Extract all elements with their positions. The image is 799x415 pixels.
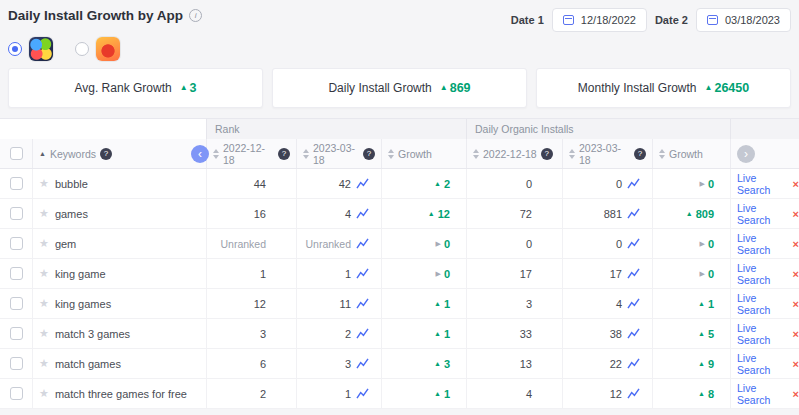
- trend-chart-icon[interactable]: [356, 268, 369, 279]
- help-icon[interactable]: ?: [278, 148, 290, 160]
- row-checkbox[interactable]: [10, 357, 23, 370]
- expand-column-icon[interactable]: ›: [737, 145, 755, 163]
- remove-keyword-icon[interactable]: ×: [793, 178, 799, 190]
- remove-keyword-icon[interactable]: ×: [793, 268, 799, 280]
- trend-chart-icon[interactable]: [356, 208, 369, 219]
- live-search-link[interactable]: Live Search: [737, 262, 786, 286]
- live-search-link[interactable]: Live Search: [737, 382, 786, 406]
- remove-keyword-icon[interactable]: ×: [793, 208, 799, 220]
- remove-keyword-icon[interactable]: ×: [793, 238, 799, 250]
- trend-chart-icon[interactable]: [627, 268, 640, 279]
- installs-date2-value: 22: [610, 358, 622, 370]
- installs-growth-cell: ▲ 9: [652, 349, 730, 378]
- rank-date1-header[interactable]: 2022-12-18 ?: [206, 139, 296, 168]
- installs-date1-value: 0: [466, 229, 562, 258]
- rank-growth-header[interactable]: Growth: [381, 139, 466, 168]
- date1-label: Date 1: [511, 14, 544, 26]
- trend-chart-icon[interactable]: [356, 298, 369, 309]
- sort-icon[interactable]: [659, 149, 665, 159]
- installs-date2-cell: 0: [562, 229, 652, 258]
- app-option-1[interactable]: [8, 37, 53, 61]
- row-checkbox[interactable]: [10, 237, 23, 250]
- star-icon[interactable]: ★: [39, 357, 49, 370]
- trend-chart-icon[interactable]: [627, 238, 640, 249]
- sort-icon[interactable]: [388, 149, 394, 159]
- star-icon[interactable]: ★: [39, 297, 49, 310]
- trend-chart-icon[interactable]: [627, 328, 640, 339]
- sort-icon[interactable]: [213, 149, 219, 159]
- trend-chart-icon[interactable]: [356, 388, 369, 399]
- sort-icon[interactable]: [569, 149, 575, 159]
- trend-chart-icon[interactable]: [627, 298, 640, 309]
- table-row: ★ bubble 44 42 ▲ 2 0 0 ▶ 0 Live Search ×: [0, 169, 799, 199]
- row-checkbox[interactable]: [10, 327, 23, 340]
- rank-date1-value: 12: [206, 289, 296, 318]
- rank-date2-value: Unranked: [305, 238, 351, 250]
- keywords-header-cell: ▲ Keywords ? ‹: [32, 139, 206, 168]
- star-icon[interactable]: ★: [39, 387, 49, 400]
- star-icon[interactable]: ★: [39, 237, 49, 250]
- app-option-2[interactable]: [75, 37, 120, 61]
- trend-chart-icon[interactable]: [356, 328, 369, 339]
- live-search-link[interactable]: Live Search: [737, 202, 786, 226]
- row-checkbox[interactable]: [10, 207, 23, 220]
- live-search-link[interactable]: Live Search: [737, 232, 786, 256]
- date1-picker[interactable]: 12/18/2022: [552, 8, 647, 32]
- remove-keyword-icon[interactable]: ×: [793, 328, 799, 340]
- rank-growth-label: Growth: [398, 148, 432, 160]
- remove-keyword-icon[interactable]: ×: [793, 298, 799, 310]
- info-icon[interactable]: i: [189, 9, 202, 22]
- title-row: Daily Install Growth by App i Date 1 12/…: [8, 8, 791, 32]
- rank-date2-cell: Unranked: [296, 229, 381, 258]
- help-icon[interactable]: ?: [363, 148, 375, 160]
- trend-chart-icon[interactable]: [356, 358, 369, 369]
- live-search-link[interactable]: Live Search: [737, 322, 786, 346]
- sort-asc-icon[interactable]: ▲: [39, 150, 46, 157]
- sort-icon[interactable]: [473, 149, 479, 159]
- live-search-link[interactable]: Live Search: [737, 352, 786, 376]
- trend-chart-icon[interactable]: [356, 238, 369, 249]
- remove-keyword-icon[interactable]: ×: [793, 358, 799, 370]
- row-checkbox[interactable]: [10, 177, 23, 190]
- installs-date2-cell: 22: [562, 349, 652, 378]
- help-icon[interactable]: ?: [634, 148, 646, 160]
- radio-selected-icon[interactable]: [8, 42, 22, 56]
- trend-chart-icon[interactable]: [627, 208, 640, 219]
- installs-date2-header[interactable]: 2023-03-18 ?: [562, 139, 652, 168]
- row-checkbox[interactable]: [10, 297, 23, 310]
- keywords-header-label[interactable]: Keywords: [50, 148, 96, 160]
- keyword-label: king game: [55, 268, 106, 280]
- rank-date2-cell: 3: [296, 349, 381, 378]
- trend-chart-icon[interactable]: [356, 178, 369, 189]
- installs-date1-header[interactable]: 2022-12-18 ?: [466, 139, 562, 168]
- installs-growth-value: 0: [708, 238, 714, 250]
- star-icon[interactable]: ★: [39, 207, 49, 220]
- sort-icon[interactable]: [303, 149, 309, 159]
- star-icon[interactable]: ★: [39, 177, 49, 190]
- stat-value: 3: [190, 81, 197, 95]
- row-checkbox[interactable]: [10, 387, 23, 400]
- trend-chart-icon[interactable]: [627, 178, 640, 189]
- installs-growth-header[interactable]: Growth: [652, 139, 730, 168]
- radio-unselected-icon[interactable]: [75, 42, 89, 56]
- row-checkbox[interactable]: [10, 267, 23, 280]
- star-icon[interactable]: ★: [39, 267, 49, 280]
- help-icon[interactable]: ?: [541, 148, 553, 160]
- collapse-column-icon[interactable]: ‹: [191, 145, 209, 163]
- trend-chart-icon[interactable]: [627, 388, 640, 399]
- installs-date2-value: 0: [616, 178, 622, 190]
- live-search-link[interactable]: Live Search: [737, 172, 786, 196]
- installs-date2-cell: 4: [562, 289, 652, 318]
- rank-date1-value: 2: [206, 379, 296, 408]
- select-all-checkbox[interactable]: [10, 147, 23, 160]
- help-icon[interactable]: ?: [100, 148, 112, 160]
- remove-keyword-icon[interactable]: ×: [793, 388, 799, 400]
- star-icon[interactable]: ★: [39, 327, 49, 340]
- live-search-link[interactable]: Live Search: [737, 292, 786, 316]
- date2-picker[interactable]: 03/18/2023: [696, 8, 791, 32]
- trend-chart-icon[interactable]: [627, 358, 640, 369]
- rank-growth-value: 1: [444, 298, 450, 310]
- installs-growth-cell: ▲ 5: [652, 319, 730, 348]
- rank-date2-header[interactable]: 2023-03-18 ?: [296, 139, 381, 168]
- stat-cards: Avg. Rank Growth ▲3 Daily Install Growth…: [8, 68, 791, 108]
